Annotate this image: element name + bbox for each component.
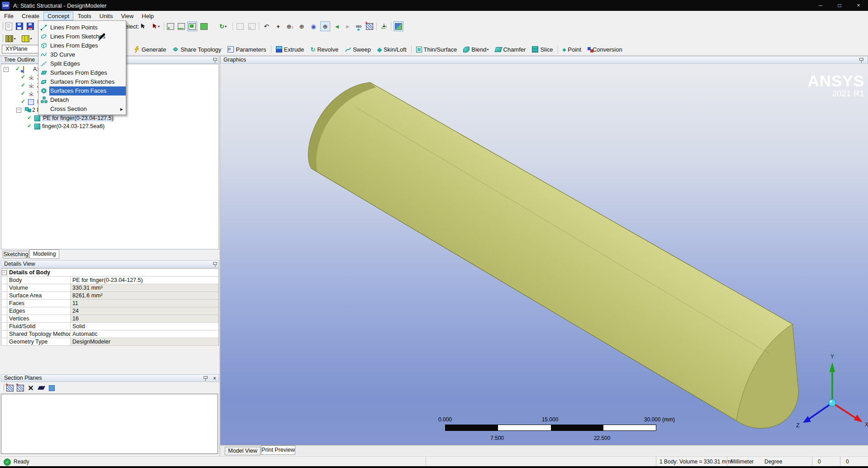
sweep-button[interactable]: Sweep — [342, 46, 374, 53]
details-value[interactable]: Automatic — [71, 330, 218, 338]
menu-units[interactable]: Units — [95, 12, 117, 20]
menu-item-lines-from-edges[interactable]: Lines From Edges — [38, 41, 126, 50]
show-whole-body-button[interactable] — [37, 384, 46, 392]
menu-concept[interactable]: Concept — [43, 12, 73, 20]
filter-edges-button[interactable] — [176, 21, 186, 31]
share-topology-icon — [172, 46, 179, 53]
previous-view-button[interactable]: ◄ — [332, 21, 342, 31]
geometry-body[interactable] — [308, 82, 798, 428]
extend-selection-icon — [237, 23, 244, 30]
selection-flood-button[interactable] — [247, 21, 257, 31]
check-icon: ✓ — [27, 115, 32, 121]
toolbar-grip[interactable] — [1, 34, 3, 42]
tab-model-view[interactable]: Model View — [225, 447, 261, 455]
new-section-plane-icon — [6, 385, 14, 392]
x-axis-arrow[interactable] — [854, 415, 863, 422]
zoom-button[interactable]: ⊕↕ — [285, 21, 295, 31]
generate-button[interactable]: Generate — [130, 46, 169, 53]
display-model-button[interactable] — [394, 21, 403, 31]
collapse-icon[interactable] — [16, 108, 21, 113]
menu-item-surfaces-from-faces[interactable]: Surfaces From Faces — [38, 86, 126, 96]
conversion-button[interactable]: Conversion — [584, 46, 626, 53]
pan-button[interactable]: + — [273, 21, 283, 31]
pin-icon[interactable] — [213, 262, 217, 267]
collapse-icon[interactable] — [4, 67, 9, 72]
parameters-button[interactable]: Parameters — [224, 46, 269, 53]
edit-section-plane-button[interactable] — [47, 384, 56, 392]
new-plane-button[interactable] — [365, 21, 375, 31]
menu-item-lines-from-sketches[interactable]: Lines From Sketches — [38, 32, 126, 41]
clone-section-plane-button[interactable] — [16, 384, 25, 392]
select-mode-box-button[interactable]: ▾ — [150, 21, 162, 31]
new-section-plane-button[interactable] — [5, 384, 14, 392]
chamfer-button[interactable]: Chamfer — [492, 46, 529, 53]
x-axis-label: X — [865, 421, 868, 428]
filter-bodies-button[interactable] — [199, 21, 209, 31]
menu-help[interactable]: Help — [138, 12, 158, 20]
collapse-icon[interactable] — [1, 269, 7, 277]
check-icon: ✓ — [27, 123, 32, 129]
zoom-in-button[interactable]: ⊕ — [297, 21, 307, 31]
menu-item-detach[interactable]: Detach — [38, 96, 126, 105]
pin-icon[interactable] — [859, 58, 863, 63]
section-planes-list[interactable] — [1, 394, 218, 454]
blend-button[interactable]: Blend▾ — [460, 46, 492, 53]
section-planes-header: Section Planes× — [1, 374, 219, 382]
revolve-button[interactable]: ↻Revolve — [307, 46, 342, 53]
filter-faces-button[interactable] — [187, 21, 197, 31]
extend-selection-button[interactable] — [235, 21, 245, 31]
graphics-viewport[interactable]: ANSYS 2021 R1 0.000 15.000 30.000 (mm) 7… — [220, 64, 868, 445]
filter-points-button[interactable] — [166, 21, 175, 31]
menu-item-lines-from-points[interactable]: Lines From Points — [38, 23, 126, 32]
extrude-button[interactable]: Extrude — [273, 46, 308, 53]
pin-icon[interactable] — [213, 58, 217, 63]
menu-item-cross-section[interactable]: Cross Section ▶ — [38, 105, 126, 114]
menu-create[interactable]: Create — [18, 12, 43, 20]
display-style-a-button[interactable]: ▾ — [4, 33, 18, 43]
menu-item-split-edges[interactable]: Split Edges — [38, 59, 126, 68]
toolbar-grip[interactable] — [1, 22, 3, 30]
menu-item-surfaces-from-sketches[interactable]: Surfaces From Sketches — [38, 77, 126, 86]
point-button[interactable]: ◆Point — [560, 46, 584, 53]
save-project-button[interactable] — [14, 21, 24, 31]
display-style-b-button[interactable]: ▾ — [20, 33, 34, 43]
export-button[interactable] — [25, 21, 35, 31]
iso-view-button[interactable]: ISO — [354, 21, 364, 31]
menu-tools[interactable]: Tools — [73, 12, 95, 20]
next-view-button[interactable]: ► — [343, 21, 353, 31]
thin-surface-icon — [416, 47, 422, 53]
close-icon[interactable]: × — [213, 375, 216, 382]
pin-icon[interactable] — [204, 376, 208, 381]
look-at-button[interactable] — [379, 21, 389, 31]
new-sketch-button[interactable] — [4, 21, 14, 31]
menu-view[interactable]: View — [117, 12, 138, 20]
undo-view-button[interactable]: ↶ — [261, 21, 271, 31]
triad-origin[interactable] — [829, 399, 836, 406]
delete-section-plane-button[interactable]: ✕ — [26, 384, 35, 392]
thin-surface-button[interactable]: Thin/Surface — [413, 46, 460, 53]
minimize-button[interactable]: ─ — [811, 0, 830, 11]
adjacent-selection-button[interactable]: ↻▾ — [216, 21, 230, 31]
maximize-button[interactable]: □ — [830, 0, 849, 11]
menu-item-surfaces-from-edges[interactable]: Surfaces From Edges — [38, 68, 126, 77]
details-value[interactable]: PE for finger(0-23.04-127.5) — [71, 277, 218, 284]
box-zoom-button[interactable]: ⊕ — [320, 21, 330, 31]
toolbar-grip[interactable] — [2, 384, 4, 391]
rotate-button[interactable]: ◉ — [308, 21, 318, 31]
y-axis-arrow[interactable] — [830, 362, 835, 372]
skin-loft-button[interactable]: ◆Skin/Loft — [374, 46, 410, 53]
select-mode-single-button[interactable] — [138, 21, 148, 31]
tab-modeling[interactable]: Modeling — [29, 249, 59, 259]
details-value[interactable]: Solid — [71, 323, 218, 330]
close-button[interactable]: × — [849, 0, 868, 11]
slice-button[interactable]: Slice — [529, 46, 556, 53]
tree-row-body-finger[interactable]: ✓ finger(0-24.03-127.5ea6) — [1, 122, 218, 130]
tree-row-body-pe[interactable]: ✓ PE for finger(0-23.04-127.5) — [1, 114, 218, 122]
menu-file[interactable]: File — [0, 12, 18, 20]
ruler-label: 30.000 (mm) — [644, 416, 675, 423]
orientation-triad[interactable]: Y X Z — [792, 351, 868, 433]
tab-sketching[interactable]: Sketching — [3, 251, 29, 258]
menu-item-3d-curve[interactable]: 3D Curve — [38, 50, 126, 59]
share-topology-button[interactable]: Share Topology — [169, 46, 224, 53]
tab-print-preview[interactable]: Print Preview — [261, 445, 295, 455]
